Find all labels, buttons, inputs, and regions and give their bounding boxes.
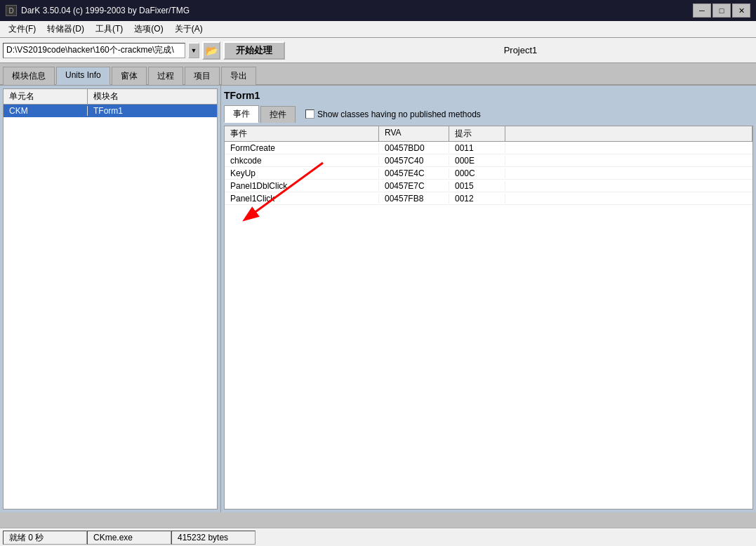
cell-hint: 0015: [449, 181, 505, 191]
right-tabs: 事件 控件 Show classes having no published m…: [224, 105, 753, 123]
cell-rva: 00457E4C: [379, 168, 449, 178]
cell-event: Panel1Click: [225, 194, 379, 204]
cell-hint: 0012: [449, 194, 505, 204]
cell-rva: 00457BD0: [379, 143, 449, 153]
col-header-rva: RVA: [379, 126, 449, 141]
menu-bar: 文件(F) 转储器(D) 工具(T) 选项(O) 关于(A): [0, 21, 756, 38]
cell-hint: 000E: [449, 156, 505, 166]
show-classes-checkbox[interactable]: [305, 109, 314, 119]
show-classes-option: Show classes having no published methods: [305, 109, 481, 119]
table-row[interactable]: KeyUp 00457E4C 000C: [225, 167, 752, 180]
main-tabs: 模块信息 Units Info 窗体 过程 项目 导出: [0, 63, 756, 86]
table-row[interactable]: chkcode 00457C40 000E: [225, 154, 752, 167]
cell-event: KeyUp: [225, 168, 379, 178]
minimize-button[interactable]: ─: [693, 4, 711, 18]
events-table: 事件 RVA 提示 FormCreate 00457BD0 0011 chkco…: [224, 126, 753, 510]
left-panel: 单元名 模块名 CKM TForm1: [0, 86, 221, 512]
list-header: 单元名 模块名: [3, 88, 218, 105]
tab-controls[interactable]: 控件: [260, 106, 296, 123]
cell-hint: 0011: [449, 143, 505, 153]
title-bar: D DarK 3.50.04 (c) 1999-2003 by DaFixer/…: [0, 0, 756, 21]
col-header-hint: 提示: [449, 126, 505, 141]
menu-dump[interactable]: 转储器(D): [41, 21, 90, 37]
status-filename: CKme.exe: [87, 531, 171, 545]
tab-units-info[interactable]: Units Info: [56, 67, 110, 85]
col-header-event: 事件: [225, 126, 379, 141]
path-dropdown[interactable]: ▼: [188, 43, 199, 58]
status-bar: 就绪 0 秒 CKme.exe 415232 bytes: [0, 528, 756, 546]
cell-event: FormCreate: [225, 143, 379, 153]
app-icon: D: [6, 5, 17, 16]
cell-rva: 00457E7C: [379, 181, 449, 191]
cell-rva: 00457FB8: [379, 194, 449, 204]
tab-export[interactable]: 导出: [221, 67, 256, 85]
right-panel: TForm1 事件 控件 Show classes having no publ…: [221, 86, 756, 512]
col-header-extra: [505, 126, 752, 141]
menu-about[interactable]: 关于(A): [169, 21, 208, 37]
tab-events[interactable]: 事件: [224, 105, 259, 123]
path-input[interactable]: [3, 43, 185, 58]
title-text: DarK 3.50.04 (c) 1999-2003 by DaFixer/TM…: [21, 6, 190, 15]
col-header-module: 模块名: [88, 89, 217, 104]
cell-event: Panel1DblClick: [225, 181, 379, 191]
toolbar: ▼ 📂 开始处理 Project1: [0, 38, 756, 63]
close-button[interactable]: ✕: [732, 4, 750, 18]
menu-file[interactable]: 文件(F): [3, 21, 41, 37]
table-row[interactable]: Panel1Click 00457FB8 0012: [225, 192, 752, 205]
table-row[interactable]: FormCreate 00457BD0 0011: [225, 142, 752, 154]
events-rows: FormCreate 00457BD0 0011 chkcode 00457C4…: [225, 142, 752, 205]
status-filesize: 415232 bytes: [171, 531, 256, 545]
project-title: Project1: [288, 45, 753, 55]
list-item[interactable]: CKM TForm1: [4, 105, 217, 117]
title-buttons: ─ □ ✕: [693, 4, 750, 18]
start-button[interactable]: 开始处理: [223, 41, 285, 60]
unit-list: CKM TForm1: [3, 105, 218, 510]
tab-procedures[interactable]: 过程: [148, 67, 183, 85]
cell-rva: 00457C40: [379, 156, 449, 166]
right-panel-title: TForm1: [224, 88, 753, 102]
cell-unit-name: CKM: [4, 106, 88, 116]
show-classes-label: Show classes having no published methods: [317, 109, 481, 119]
tab-forms[interactable]: 窗体: [112, 67, 147, 85]
events-table-header: 事件 RVA 提示: [225, 126, 752, 142]
table-row[interactable]: Panel1DblClick 00457E7C 0015: [225, 180, 752, 192]
tab-project[interactable]: 项目: [185, 67, 220, 85]
main-content: 单元名 模块名 CKM TForm1 TForm1 事件 控件 Show cla…: [0, 86, 756, 512]
tab-module-info[interactable]: 模块信息: [3, 67, 55, 85]
status-ready: 就绪 0 秒: [3, 531, 87, 545]
cell-hint: 000C: [449, 168, 505, 178]
cell-module-name: TForm1: [88, 106, 217, 116]
col-header-unit: 单元名: [4, 89, 88, 104]
menu-tools[interactable]: 工具(T): [90, 21, 128, 37]
menu-options[interactable]: 选项(O): [128, 21, 168, 37]
cell-event: chkcode: [225, 156, 379, 166]
folder-button[interactable]: 📂: [202, 41, 220, 60]
maximize-button[interactable]: □: [712, 4, 731, 18]
